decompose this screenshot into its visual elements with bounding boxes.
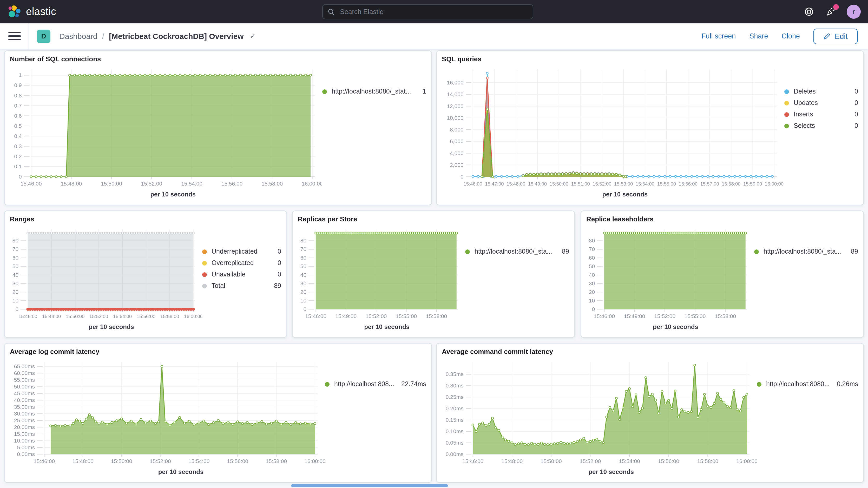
svg-text:per 10 seconds: per 10 seconds (602, 191, 648, 198)
svg-text:50: 50 (589, 263, 595, 269)
svg-text:1: 1 (19, 72, 22, 78)
panel-sql-queries: SQL queries 15:46:0015:47:0015:48:0015:4… (436, 51, 864, 205)
legend-item[interactable]: Selects0 (784, 122, 858, 129)
panel-title: SQL queries (442, 55, 858, 63)
svg-text:15:51:00: 15:51:00 (571, 181, 590, 187)
svg-text:15:50:00: 15:50:00 (540, 458, 562, 464)
chart-replica-leaseholders[interactable]: 15:46:0015:49:0015:52:0015:55:0015:58:00… (586, 224, 754, 333)
svg-text:15:55:00: 15:55:00 (396, 313, 417, 319)
full-screen-button[interactable]: Full screen (702, 32, 736, 40)
svg-text:4,000: 4,000 (450, 150, 464, 156)
legend-color-dot (784, 112, 789, 117)
edit-button[interactable]: Edit (813, 28, 858, 44)
saved-check-icon[interactable]: ✓ (250, 32, 256, 40)
svg-text:14,000: 14,000 (447, 91, 463, 97)
chart-sql-connections[interactable]: 15:46:0015:48:0015:50:0015:52:0015:54:00… (10, 64, 322, 201)
svg-text:15:52:00: 15:52:00 (150, 458, 171, 464)
svg-text:15:52:00: 15:52:00 (89, 314, 108, 319)
legend-color-dot (325, 382, 330, 387)
legend-value: 0 (849, 88, 858, 95)
svg-text:15:52:00: 15:52:00 (654, 313, 675, 319)
horizontal-scrollbar-thumb[interactable] (291, 484, 448, 487)
svg-text:per 10 seconds: per 10 seconds (158, 468, 204, 475)
chart-replicas-per-store[interactable]: 15:46:0015:49:0015:52:0015:55:0015:58:00… (298, 224, 465, 333)
legend-item[interactable]: Overreplicated0 (202, 259, 281, 267)
svg-text:0: 0 (304, 306, 307, 312)
page-title: [Metricbeat CockroachDB] Overview (109, 32, 244, 40)
svg-text:20: 20 (12, 289, 19, 295)
chart-ranges[interactable]: 15:46:0015:48:0015:50:0015:52:0015:54:00… (10, 224, 202, 333)
legend-item[interactable]: Unavailable0 (202, 271, 281, 278)
svg-text:0.7: 0.7 (14, 103, 22, 109)
svg-text:20.00ms: 20.00ms (14, 424, 35, 430)
svg-text:0.6: 0.6 (14, 113, 22, 119)
chart-svg: 15:46:0015:48:0015:50:0015:52:0015:54:00… (10, 224, 202, 333)
nav-divider (29, 23, 29, 49)
svg-text:0: 0 (461, 174, 464, 180)
svg-text:80: 80 (301, 238, 306, 243)
svg-text:10: 10 (301, 298, 306, 304)
svg-text:per 10 seconds: per 10 seconds (653, 323, 698, 330)
legend-item[interactable]: http://localhost:808...22.74ms (325, 380, 426, 388)
legend-label: Total (212, 282, 225, 289)
legend-item[interactable]: Updates0 (784, 99, 858, 106)
legend-value: 0 (849, 111, 858, 118)
svg-text:40.00ms: 40.00ms (14, 397, 35, 403)
pencil-icon (823, 32, 831, 40)
legend-color-dot (784, 123, 789, 128)
legend-item[interactable]: Deletes0 (784, 88, 858, 95)
breadcrumb-dashboard-link[interactable]: Dashboard (59, 32, 97, 40)
navbar: D Dashboard / [Metricbeat CockroachDB] O… (0, 23, 868, 49)
chart-avg-command-commit-latency[interactable]: 15:46:0015:48:0015:50:0015:52:0015:54:00… (442, 357, 757, 478)
svg-text:15:48:00: 15:48:00 (506, 181, 525, 187)
help-button[interactable] (803, 6, 814, 18)
legend-label: Inserts (794, 111, 813, 118)
legend-item[interactable]: Total89 (202, 282, 281, 289)
panel-replica-leaseholders: Replica leaseholders 15:46:0015:49:0015:… (581, 211, 864, 338)
svg-text:0: 0 (19, 174, 22, 180)
clone-button[interactable]: Clone (781, 32, 800, 40)
svg-text:15:50:00: 15:50:00 (111, 458, 132, 464)
chart-legend: http://localhost:8080/_sta...89 (754, 224, 858, 333)
svg-text:0.3: 0.3 (14, 143, 22, 149)
svg-text:15:48:00: 15:48:00 (72, 458, 94, 464)
svg-text:70: 70 (589, 246, 595, 252)
news-button[interactable] (825, 6, 836, 18)
svg-text:15:48:00: 15:48:00 (61, 181, 82, 187)
svg-text:15:56:00: 15:56:00 (227, 458, 248, 464)
svg-text:70: 70 (12, 246, 19, 252)
svg-text:15:58:00: 15:58:00 (160, 314, 179, 319)
svg-text:0.25ms: 0.25ms (446, 394, 464, 400)
legend-item[interactable]: http://localhost:8080/_sta...89 (754, 248, 858, 255)
svg-text:0.5: 0.5 (14, 123, 22, 129)
legend-item[interactable]: Inserts0 (784, 111, 858, 118)
legend-label: http://localhost:808... (334, 380, 394, 388)
legend-item[interactable]: http://localhost:8080/_sta...89 (465, 248, 569, 255)
panel-title: Ranges (10, 215, 281, 223)
search-input[interactable] (339, 7, 528, 16)
menu-hamburger-icon[interactable] (8, 32, 21, 40)
user-avatar[interactable]: r (847, 5, 861, 19)
legend-item[interactable]: Underreplicated0 (202, 248, 281, 255)
chart-sql-queries[interactable]: 15:46:0015:47:0015:48:0015:49:0015:50:00… (442, 64, 784, 201)
legend-color-dot (202, 261, 207, 265)
svg-text:8,000: 8,000 (450, 126, 464, 132)
panel-title: Replica leaseholders (586, 215, 858, 223)
panel-ranges: Ranges 15:46:0015:48:0015:50:0015:52:001… (4, 211, 287, 338)
elastic-logo[interactable]: elastic (7, 5, 56, 19)
svg-text:15:49:00: 15:49:00 (335, 313, 356, 319)
legend-item[interactable]: http://localhost:8080...0.26ms (757, 380, 858, 388)
svg-text:65.00ms: 65.00ms (14, 363, 35, 369)
svg-text:0.8: 0.8 (14, 92, 22, 98)
svg-text:15:58:00: 15:58:00 (261, 181, 283, 187)
chart-avg-log-commit-latency[interactable]: 15:46:0015:48:0015:50:0015:52:0015:54:00… (10, 357, 325, 478)
legend-item[interactable]: http://localhost:8080/_stat...1 (322, 88, 426, 95)
svg-text:15:58:00: 15:58:00 (715, 313, 736, 319)
share-button[interactable]: Share (749, 32, 768, 40)
chart-svg: 15:46:0015:48:0015:50:0015:52:0015:54:00… (10, 64, 322, 201)
svg-text:per 10 seconds: per 10 seconds (150, 191, 196, 198)
svg-text:40: 40 (589, 272, 595, 278)
global-search[interactable] (322, 4, 533, 19)
legend-color-dot (754, 249, 759, 254)
svg-text:15:52:00: 15:52:00 (592, 181, 611, 187)
